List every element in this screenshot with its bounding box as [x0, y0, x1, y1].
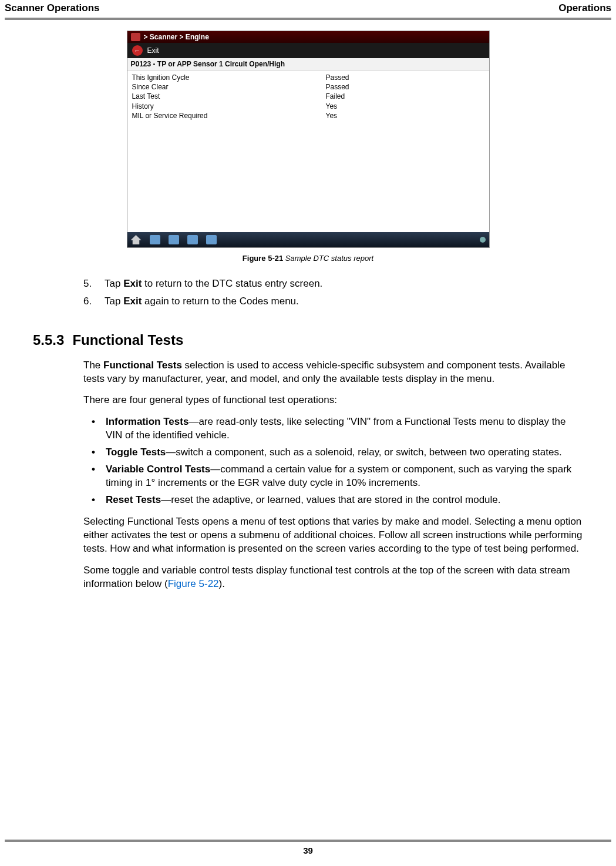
back-arrow-icon[interactable]: ← [132, 45, 143, 56]
dtc-val: Yes [326, 111, 484, 120]
bullet-text: Reset Tests—reset the adaptive, or learn… [106, 494, 501, 507]
page-footer: 39 [5, 840, 611, 855]
dtc-row: Last Test Failed [132, 92, 484, 101]
footer-rule [5, 840, 611, 842]
dtc-val: Yes [326, 102, 484, 111]
paragraph-types-intro: There are four general types of function… [83, 394, 584, 407]
breadcrumb-bar: > Scanner > Engine [127, 31, 489, 43]
bullet-list: • Information Tests—are read-only tests,… [92, 415, 584, 507]
toolbar-icon[interactable] [206, 235, 217, 244]
record-icon[interactable] [480, 237, 486, 243]
breadcrumb-text: > Scanner > Engine [144, 33, 209, 41]
dtc-row: This Ignition Cycle Passed [132, 73, 484, 82]
figure-text: Sample DTC status report [285, 254, 373, 263]
bullet-variable-control-tests: • Variable Control Tests—command a certa… [92, 463, 584, 490]
paragraph-toggle-note: Some toggle and variable control tests d… [83, 564, 584, 591]
dtc-key: Since Clear [132, 82, 326, 92]
paragraph-selecting: Selecting Functional Tests opens a menu … [83, 515, 584, 556]
header-rule [5, 18, 611, 20]
figure-label: Figure 5-21 [243, 254, 283, 263]
section-heading: 5.5.3Functional Tests [33, 332, 616, 348]
dtc-body: This Ignition Cycle Passed Since Clear P… [127, 71, 489, 232]
dtc-key: Last Test [132, 92, 326, 101]
step-6: 6. Tap Exit again to return to the Codes… [83, 294, 581, 308]
tool-icon [131, 33, 140, 41]
dtc-val: Passed [326, 82, 484, 92]
page-header: Scanner Operations Operations [0, 0, 616, 18]
bullet-information-tests: • Information Tests—are read-only tests,… [92, 415, 584, 442]
dtc-title: P0123 - TP or APP Sensor 1 Circuit Open/… [127, 58, 489, 71]
section-title: Functional Tests [72, 332, 183, 348]
toolbar-icon[interactable] [150, 235, 160, 244]
exit-button-label[interactable]: Exit [147, 46, 159, 55]
bullet-icon: • [92, 446, 97, 459]
step-number: 6. [83, 294, 94, 308]
figure-caption: Figure 5-21 Sample DTC status report [0, 254, 616, 263]
home-icon[interactable] [131, 235, 142, 244]
paragraph-intro: The Functional Tests selection is used t… [83, 359, 584, 386]
bullet-toggle-tests: • Toggle Tests—switch a component, such … [92, 446, 584, 459]
dtc-key: This Ignition Cycle [132, 73, 326, 82]
dtc-val: Passed [326, 73, 484, 82]
bullet-reset-tests: • Reset Tests—reset the adaptive, or lea… [92, 494, 584, 507]
dtc-row: Since Clear Passed [132, 82, 484, 92]
dtc-val: Failed [326, 92, 484, 101]
step-5: 5. Tap Exit to return to the DTC status … [83, 277, 581, 291]
bullet-text: Toggle Tests—switch a component, such as… [106, 446, 562, 459]
bullet-icon: • [92, 494, 97, 507]
bullet-icon: • [92, 415, 97, 442]
dtc-row: MIL or Service Required Yes [132, 111, 484, 120]
embedded-screenshot: > Scanner > Engine ← Exit P0123 - TP or … [127, 31, 490, 248]
dtc-key: MIL or Service Required [132, 111, 326, 120]
bullet-text: Variable Control Tests—command a certain… [106, 463, 584, 490]
bottom-toolbar [127, 232, 489, 247]
procedure-steps: 5. Tap Exit to return to the DTC status … [83, 277, 581, 308]
dtc-key: History [132, 102, 326, 111]
dtc-row: History Yes [132, 102, 484, 111]
exit-bar[interactable]: ← Exit [127, 43, 489, 58]
step-number: 5. [83, 277, 94, 291]
header-right: Operations [558, 2, 611, 14]
bullet-icon: • [92, 463, 97, 490]
section-number: 5.5.3 [33, 332, 64, 348]
step-text: Tap Exit again to return to the Codes me… [105, 294, 299, 308]
step-text: Tap Exit to return to the DTC status ent… [105, 277, 322, 291]
header-left: Scanner Operations [5, 2, 100, 14]
toolbar-icon[interactable] [169, 235, 179, 244]
toolbar-icon[interactable] [187, 235, 198, 244]
figure-link[interactable]: Figure 5-22 [168, 578, 219, 589]
bullet-text: Information Tests—are read-only tests, l… [106, 415, 584, 442]
page-number: 39 [5, 845, 611, 855]
